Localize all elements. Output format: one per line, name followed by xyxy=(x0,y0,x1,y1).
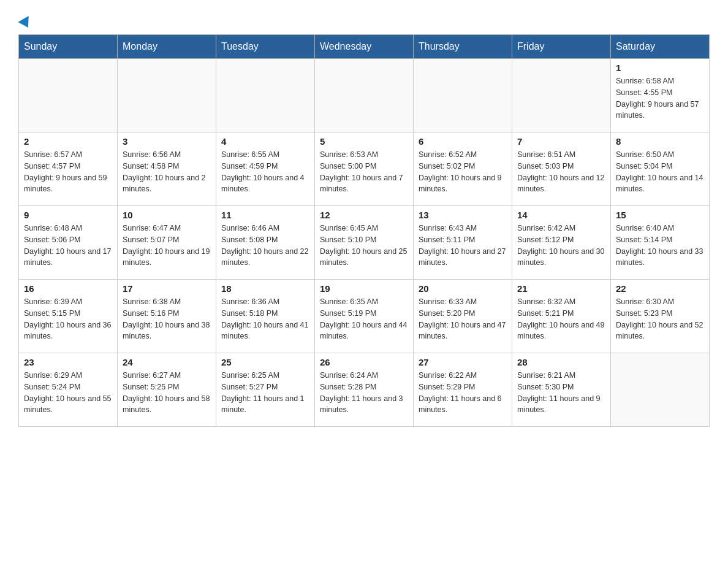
day-number: 18 xyxy=(221,283,309,294)
day-number: 10 xyxy=(123,210,211,220)
day-info: Sunrise: 6:22 AM Sunset: 5:29 PM Dayligh… xyxy=(419,370,507,416)
day-info: Sunrise: 6:30 AM Sunset: 5:23 PM Dayligh… xyxy=(616,296,704,342)
column-header-thursday: Thursday xyxy=(414,35,512,59)
day-number: 12 xyxy=(320,210,408,220)
day-number: 16 xyxy=(24,283,112,294)
calendar-cell xyxy=(512,59,611,132)
week-row-5: 23Sunrise: 6:29 AM Sunset: 5:24 PM Dayli… xyxy=(19,353,710,427)
day-number: 9 xyxy=(24,210,112,220)
day-number: 2 xyxy=(24,136,112,147)
day-info: Sunrise: 6:21 AM Sunset: 5:30 PM Dayligh… xyxy=(517,370,605,416)
day-number: 8 xyxy=(616,136,704,147)
column-header-friday: Friday xyxy=(512,35,611,59)
calendar-cell: 1Sunrise: 6:58 AM Sunset: 4:55 PM Daylig… xyxy=(611,59,710,132)
week-row-1: 1Sunrise: 6:58 AM Sunset: 4:55 PM Daylig… xyxy=(19,59,710,132)
week-row-4: 16Sunrise: 6:39 AM Sunset: 5:15 PM Dayli… xyxy=(19,280,710,353)
day-number: 6 xyxy=(419,136,507,147)
calendar-cell xyxy=(414,59,512,132)
day-number: 25 xyxy=(221,357,309,367)
calendar-cell xyxy=(315,59,414,132)
calendar-cell: 2Sunrise: 6:57 AM Sunset: 4:57 PM Daylig… xyxy=(19,132,118,206)
day-info: Sunrise: 6:50 AM Sunset: 5:04 PM Dayligh… xyxy=(616,149,704,195)
day-info: Sunrise: 6:39 AM Sunset: 5:15 PM Dayligh… xyxy=(24,296,112,342)
calendar-cell: 5Sunrise: 6:53 AM Sunset: 5:00 PM Daylig… xyxy=(315,132,414,206)
calendar-cell: 9Sunrise: 6:48 AM Sunset: 5:06 PM Daylig… xyxy=(19,206,118,280)
logo xyxy=(18,12,32,28)
calendar-cell: 25Sunrise: 6:25 AM Sunset: 5:27 PM Dayli… xyxy=(216,353,315,427)
day-number: 28 xyxy=(517,357,605,367)
day-number: 15 xyxy=(616,210,704,220)
calendar-cell: 26Sunrise: 6:24 AM Sunset: 5:28 PM Dayli… xyxy=(315,353,414,427)
day-info: Sunrise: 6:29 AM Sunset: 5:24 PM Dayligh… xyxy=(24,370,112,416)
day-number: 27 xyxy=(419,357,507,367)
day-info: Sunrise: 6:53 AM Sunset: 5:00 PM Dayligh… xyxy=(320,149,408,195)
calendar-cell: 8Sunrise: 6:50 AM Sunset: 5:04 PM Daylig… xyxy=(611,132,710,206)
day-info: Sunrise: 6:48 AM Sunset: 5:06 PM Dayligh… xyxy=(24,223,112,269)
day-number: 13 xyxy=(419,210,507,220)
calendar-cell: 12Sunrise: 6:45 AM Sunset: 5:10 PM Dayli… xyxy=(315,206,414,280)
day-number: 22 xyxy=(616,283,704,294)
day-info: Sunrise: 6:47 AM Sunset: 5:07 PM Dayligh… xyxy=(123,223,211,269)
column-header-saturday: Saturday xyxy=(611,35,710,59)
calendar-table: SundayMondayTuesdayWednesdayThursdayFrid… xyxy=(18,34,710,427)
week-row-2: 2Sunrise: 6:57 AM Sunset: 4:57 PM Daylig… xyxy=(19,132,710,206)
calendar-cell xyxy=(118,59,216,132)
day-info: Sunrise: 6:38 AM Sunset: 5:16 PM Dayligh… xyxy=(123,296,211,342)
day-info: Sunrise: 6:25 AM Sunset: 5:27 PM Dayligh… xyxy=(221,370,309,416)
day-number: 14 xyxy=(517,210,605,220)
calendar-cell xyxy=(19,59,118,132)
day-info: Sunrise: 6:43 AM Sunset: 5:11 PM Dayligh… xyxy=(419,223,507,269)
logo-general-line xyxy=(18,12,32,28)
calendar-cell: 22Sunrise: 6:30 AM Sunset: 5:23 PM Dayli… xyxy=(611,280,710,353)
calendar-cell: 20Sunrise: 6:33 AM Sunset: 5:20 PM Dayli… xyxy=(414,280,512,353)
day-number: 17 xyxy=(123,283,211,294)
day-info: Sunrise: 6:56 AM Sunset: 4:58 PM Dayligh… xyxy=(123,149,211,195)
day-info: Sunrise: 6:33 AM Sunset: 5:20 PM Dayligh… xyxy=(419,296,507,342)
day-number: 23 xyxy=(24,357,112,367)
calendar-cell: 13Sunrise: 6:43 AM Sunset: 5:11 PM Dayli… xyxy=(414,206,512,280)
day-number: 3 xyxy=(123,136,211,147)
calendar-cell: 27Sunrise: 6:22 AM Sunset: 5:29 PM Dayli… xyxy=(414,353,512,427)
day-info: Sunrise: 6:45 AM Sunset: 5:10 PM Dayligh… xyxy=(320,223,408,269)
day-info: Sunrise: 6:55 AM Sunset: 4:59 PM Dayligh… xyxy=(221,149,309,195)
week-row-3: 9Sunrise: 6:48 AM Sunset: 5:06 PM Daylig… xyxy=(19,206,710,280)
calendar-cell: 23Sunrise: 6:29 AM Sunset: 5:24 PM Dayli… xyxy=(19,353,118,427)
calendar-cell: 3Sunrise: 6:56 AM Sunset: 4:58 PM Daylig… xyxy=(118,132,216,206)
day-info: Sunrise: 6:58 AM Sunset: 4:55 PM Dayligh… xyxy=(616,75,704,121)
column-header-tuesday: Tuesday xyxy=(216,35,315,59)
calendar-cell: 28Sunrise: 6:21 AM Sunset: 5:30 PM Dayli… xyxy=(512,353,611,427)
page-header xyxy=(18,12,710,28)
calendar-cell: 17Sunrise: 6:38 AM Sunset: 5:16 PM Dayli… xyxy=(118,280,216,353)
day-number: 1 xyxy=(616,63,704,73)
calendar-cell: 21Sunrise: 6:32 AM Sunset: 5:21 PM Dayli… xyxy=(512,280,611,353)
day-number: 24 xyxy=(123,357,211,367)
day-info: Sunrise: 6:35 AM Sunset: 5:19 PM Dayligh… xyxy=(320,296,408,342)
calendar-cell: 6Sunrise: 6:52 AM Sunset: 5:02 PM Daylig… xyxy=(414,132,512,206)
day-number: 7 xyxy=(517,136,605,147)
column-header-sunday: Sunday xyxy=(19,35,118,59)
day-number: 11 xyxy=(221,210,309,220)
calendar-cell: 16Sunrise: 6:39 AM Sunset: 5:15 PM Dayli… xyxy=(19,280,118,353)
calendar-cell: 24Sunrise: 6:27 AM Sunset: 5:25 PM Dayli… xyxy=(118,353,216,427)
calendar-cell: 18Sunrise: 6:36 AM Sunset: 5:18 PM Dayli… xyxy=(216,280,315,353)
calendar-cell: 4Sunrise: 6:55 AM Sunset: 4:59 PM Daylig… xyxy=(216,132,315,206)
calendar-cell: 15Sunrise: 6:40 AM Sunset: 5:14 PM Dayli… xyxy=(611,206,710,280)
day-info: Sunrise: 6:52 AM Sunset: 5:02 PM Dayligh… xyxy=(419,149,507,195)
calendar-cell: 14Sunrise: 6:42 AM Sunset: 5:12 PM Dayli… xyxy=(512,206,611,280)
day-info: Sunrise: 6:57 AM Sunset: 4:57 PM Dayligh… xyxy=(24,149,112,195)
day-info: Sunrise: 6:46 AM Sunset: 5:08 PM Dayligh… xyxy=(221,223,309,269)
day-number: 20 xyxy=(419,283,507,294)
calendar-cell xyxy=(216,59,315,132)
logo-triangle-icon xyxy=(18,16,33,31)
day-info: Sunrise: 6:40 AM Sunset: 5:14 PM Dayligh… xyxy=(616,223,704,269)
day-number: 4 xyxy=(221,136,309,147)
column-header-wednesday: Wednesday xyxy=(315,35,414,59)
day-info: Sunrise: 6:42 AM Sunset: 5:12 PM Dayligh… xyxy=(517,223,605,269)
column-header-monday: Monday xyxy=(118,35,216,59)
calendar-cell xyxy=(611,353,710,427)
calendar-cell: 7Sunrise: 6:51 AM Sunset: 5:03 PM Daylig… xyxy=(512,132,611,206)
day-number: 26 xyxy=(320,357,408,367)
calendar-cell: 11Sunrise: 6:46 AM Sunset: 5:08 PM Dayli… xyxy=(216,206,315,280)
day-info: Sunrise: 6:32 AM Sunset: 5:21 PM Dayligh… xyxy=(517,296,605,342)
day-info: Sunrise: 6:24 AM Sunset: 5:28 PM Dayligh… xyxy=(320,370,408,416)
